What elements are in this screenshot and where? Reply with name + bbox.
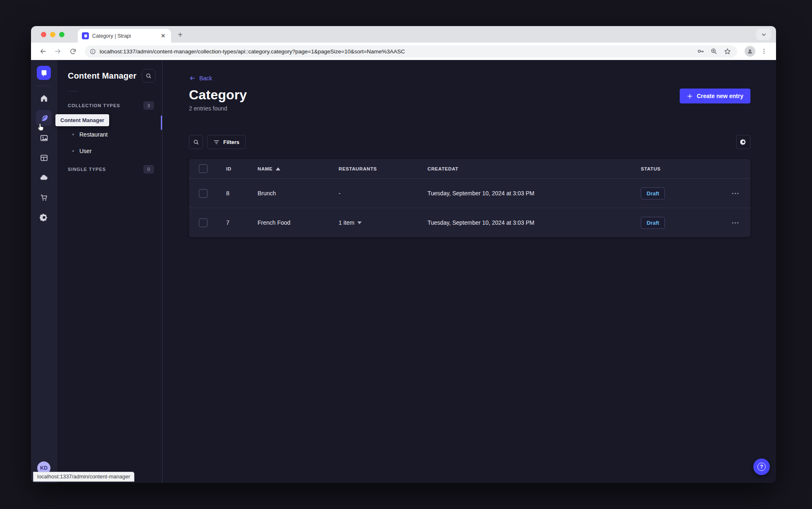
filter-icon [213, 139, 220, 145]
close-window-button[interactable] [41, 32, 46, 37]
window-controls [41, 26, 64, 43]
question-mark-icon: ? [757, 463, 766, 471]
table-row[interactable]: 8 Brunch - Tuesday, September 10, 2024 a… [189, 178, 750, 208]
status-bar-link-preview: localhost:1337/admin/content-manager [33, 472, 134, 482]
password-key-icon[interactable] [697, 48, 705, 55]
subnav-search-button[interactable] [142, 69, 155, 83]
bullet-icon [72, 134, 74, 135]
column-header-name[interactable]: NAME [258, 166, 280, 171]
column-header-status[interactable]: STATUS [641, 166, 661, 171]
browser-toolbar: localhost:1337/admin/content-manager/col… [31, 43, 776, 60]
cloud-nav-button[interactable] [36, 170, 52, 185]
forward-nav-button[interactable] [52, 45, 64, 58]
bullet-icon [72, 150, 74, 152]
sidebar-item-user[interactable]: User [68, 143, 155, 159]
cloud-icon [39, 173, 48, 182]
zoom-icon[interactable] [710, 48, 718, 55]
section-label: SINGLE TYPES [68, 167, 106, 172]
strapi-favicon-icon [82, 32, 89, 39]
page-info-icon[interactable] [90, 48, 96, 55]
table-header-row: ID NAME RESTAURANTS CREATEDAT STATUS [189, 159, 750, 178]
sidebar-item-label: User [79, 148, 92, 154]
content-type-builder-nav-button[interactable] [36, 150, 52, 166]
reload-button[interactable] [67, 45, 79, 58]
sidebar-item-label: Restaurant [79, 131, 107, 138]
cell-restaurants: - [339, 190, 341, 197]
help-button[interactable]: ? [753, 459, 770, 475]
strapi-app: KD Content Manager COLLECTION TYPES 3 [31, 60, 776, 483]
browser-menu-icon[interactable] [758, 45, 770, 58]
content-manager-nav-button[interactable] [36, 110, 52, 126]
row-checkbox[interactable] [199, 189, 208, 198]
user-avatar-initials: KD [40, 465, 48, 471]
tab-close-icon[interactable]: ✕ [159, 32, 167, 40]
strapi-logo[interactable] [37, 66, 51, 80]
marketplace-nav-button[interactable] [36, 190, 52, 205]
cell-restaurants-expand[interactable]: 1 item [339, 219, 362, 226]
plus-icon [687, 93, 693, 99]
single-types-section: SINGLE TYPES 0 [68, 165, 155, 173]
cell-createdat: Tuesday, September 10, 2024 at 3:03 PM [427, 190, 534, 197]
url-text[interactable]: localhost:1337/admin/content-manager/col… [100, 48, 693, 55]
view-settings-button[interactable] [736, 135, 750, 149]
cell-name: Brunch [258, 190, 276, 197]
settings-nav-button[interactable] [36, 209, 52, 225]
list-toolbar: Filters [189, 135, 750, 149]
subnav-divider [68, 91, 78, 91]
row-actions-menu-icon[interactable] [732, 222, 739, 224]
select-all-checkbox[interactable] [199, 164, 208, 173]
create-new-entry-label: Create new entry [697, 93, 743, 99]
back-label: Back [199, 75, 212, 82]
back-nav-button[interactable] [37, 45, 49, 58]
gear-icon [40, 213, 48, 222]
content-type-builder-icon [40, 154, 48, 162]
media-library-nav-button[interactable] [36, 130, 52, 146]
browser-tab[interactable]: Category | Strapi ✕ [78, 29, 171, 43]
active-item-indicator [161, 115, 162, 130]
browser-tab-strip: Category | Strapi ✕ + [31, 26, 776, 43]
column-header-restaurants[interactable]: RESTAURANTS [339, 166, 377, 171]
filters-button[interactable]: Filters [207, 135, 246, 149]
sort-asc-icon [276, 167, 280, 170]
content-manager-tooltip: Content Manager [55, 114, 109, 126]
entries-table: ID NAME RESTAURANTS CREATEDAT STATUS [189, 159, 750, 237]
column-header-createdat[interactable]: CREATEDAT [427, 166, 459, 171]
table-row[interactable]: 7 French Food 1 item Tuesday, September … [189, 208, 750, 237]
tab-search-button[interactable] [756, 29, 771, 40]
status-badge: Draft [641, 217, 665, 229]
cell-name: French Food [258, 219, 290, 226]
browser-window: Category | Strapi ✕ + localhost:1337/adm… [31, 26, 776, 483]
create-new-entry-button[interactable]: Create new entry [680, 89, 750, 103]
new-tab-button[interactable]: + [178, 29, 183, 41]
home-nav-button[interactable] [36, 90, 52, 106]
section-count-badge: 3 [143, 101, 154, 110]
search-entries-button[interactable] [189, 135, 203, 149]
chevron-down-icon [761, 32, 767, 37]
column-header-id[interactable]: ID [226, 166, 232, 171]
row-actions-menu-icon[interactable] [732, 192, 739, 194]
entries-count: 2 entries found [189, 105, 750, 112]
main-nav-rail: KD [31, 60, 57, 483]
arrow-left-icon [189, 75, 196, 82]
page-title: Category [189, 87, 750, 103]
url-bar[interactable]: localhost:1337/admin/content-manager/col… [85, 46, 737, 58]
minimize-window-button[interactable] [50, 32, 55, 37]
bookmark-star-icon[interactable] [724, 48, 731, 55]
cart-icon [40, 193, 48, 202]
content-manager-pen-icon [40, 114, 48, 122]
section-label: COLLECTION TYPES [68, 103, 120, 108]
subnav-title: Content Manager [68, 71, 136, 81]
tab-title: Category | Strapi [92, 33, 156, 39]
browser-profile-avatar[interactable] [745, 46, 755, 57]
collection-types-section: COLLECTION TYPES 3 Category Restaurant U… [68, 101, 155, 159]
main-content: Back Category 2 entries found Create new… [162, 60, 776, 483]
rail-divider [37, 86, 50, 86]
sidebar-item-restaurant[interactable]: Restaurant [68, 126, 155, 143]
cell-id: 7 [226, 219, 229, 226]
media-library-icon [40, 134, 48, 142]
chevron-down-icon [357, 221, 362, 224]
back-link[interactable]: Back [189, 75, 212, 82]
maximize-window-button[interactable] [59, 32, 64, 37]
home-icon [40, 94, 48, 103]
row-checkbox[interactable] [199, 218, 208, 227]
